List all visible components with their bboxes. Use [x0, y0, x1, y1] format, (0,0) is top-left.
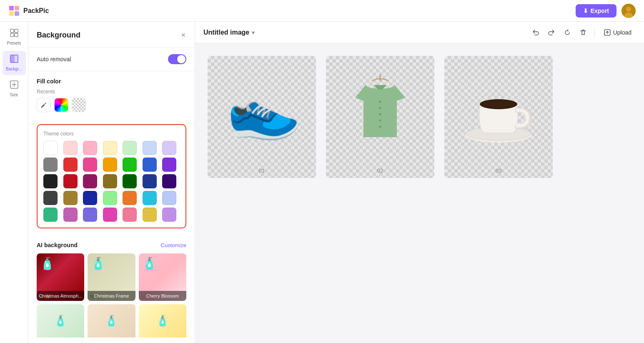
panel-title: Background [37, 31, 80, 40]
color-swatch-16[interactable] [83, 174, 97, 188]
ai-card-more-3[interactable]: 🧴 [139, 304, 186, 343]
upload-button[interactable]: Upload [600, 27, 636, 38]
customize-link[interactable]: Customize [161, 242, 186, 248]
svg-point-23 [379, 120, 381, 122]
shirt-image [343, 73, 418, 148]
upload-icon [604, 29, 611, 36]
color-swatch-13[interactable] [162, 158, 176, 172]
undo-button[interactable] [529, 26, 542, 39]
recents-label: Recents [37, 89, 186, 95]
auto-removal-toggle[interactable] [168, 54, 186, 64]
svg-point-21 [379, 107, 381, 109]
canvas-card-02[interactable]: 02 [326, 56, 434, 178]
color-swatch-28[interactable] [43, 208, 58, 222]
color-swatch-30[interactable] [83, 208, 97, 222]
toggle-knob [177, 55, 185, 63]
color-swatch-1[interactable] [63, 141, 78, 155]
color-swatch-24[interactable] [103, 191, 117, 205]
sidebar-item-background-label: Backgr... [6, 67, 22, 72]
canvas-card-03-label: 03 [444, 164, 553, 178]
color-swatch-29[interactable] [63, 208, 78, 222]
color-swatch-19[interactable] [143, 174, 157, 188]
color-swatch-5[interactable] [143, 141, 157, 155]
ai-grid-more: 🧴 🧴 🧴 [37, 304, 186, 343]
sidebar-item-presets-label: Presets [7, 41, 21, 46]
ai-card-christmas-atmosphere-label: Christmas Atmosph... [37, 291, 84, 301]
color-swatch-20[interactable] [162, 174, 176, 188]
svg-rect-7 [10, 29, 14, 33]
svg-rect-9 [10, 33, 14, 37]
color-swatch-31[interactable] [103, 208, 117, 222]
color-swatch-18[interactable] [123, 174, 137, 188]
theme-colors-label: Theme colors [43, 131, 180, 137]
color-grid [43, 141, 180, 222]
color-swatch-10[interactable] [103, 158, 117, 172]
color-swatch-7[interactable] [43, 158, 58, 172]
color-swatch-14[interactable] [43, 174, 58, 188]
color-swatch-12[interactable] [143, 158, 157, 172]
canvas-card-02-img-area [326, 56, 434, 164]
color-swatch-3[interactable] [103, 141, 117, 155]
eyedropper-swatch[interactable] [37, 98, 51, 112]
color-swatch-4[interactable] [123, 141, 137, 155]
svg-point-5 [626, 7, 631, 12]
coffee-image [457, 68, 540, 152]
ai-card-cherry-blossom[interactable]: 🧴 🌸 🌸 Cherry Blossom [139, 253, 186, 301]
color-swatch-11[interactable] [123, 158, 137, 172]
color-swatch-9[interactable] [83, 158, 97, 172]
canvas-card-03[interactable]: 03 [444, 56, 553, 178]
main-layout: Presets Backgr... Size Background × Auto… [0, 22, 644, 343]
ai-card-more-2[interactable]: 🧴 [88, 304, 135, 343]
ai-card-christmas-frame[interactable]: 🧴 🌿 🍋 Christmas Frame [88, 253, 135, 301]
color-swatch-2[interactable] [83, 141, 97, 155]
size-icon [10, 80, 19, 91]
panel-header: Background × [28, 22, 195, 48]
ai-background-section: AI background Customize 🧴 🎄 ⭐ Christmas … [28, 235, 195, 343]
ai-grid: 🧴 🎄 ⭐ Christmas Atmosph... 🧴 🌿 🍋 Christm… [37, 253, 186, 301]
svg-point-20 [379, 101, 381, 103]
refresh-button[interactable] [561, 26, 574, 39]
transparent-swatch[interactable] [72, 98, 86, 112]
ai-card-more-1[interactable]: 🧴 [37, 304, 84, 343]
user-avatar[interactable] [621, 4, 636, 18]
color-swatch-21[interactable] [43, 191, 58, 205]
color-swatch-22[interactable] [63, 191, 78, 205]
toolbar-divider [594, 28, 595, 37]
color-swatch-27[interactable] [162, 191, 176, 205]
canvas-card-01[interactable]: 👟 01 [208, 56, 316, 178]
sidebar-item-presets[interactable]: Presets [3, 25, 26, 49]
svg-rect-3 [15, 11, 19, 16]
color-swatch-0[interactable] [43, 141, 58, 155]
color-swatch-25[interactable] [123, 191, 137, 205]
color-swatch-15[interactable] [63, 174, 78, 188]
panel-close-button[interactable]: × [180, 30, 186, 40]
avatar-img [621, 4, 636, 18]
color-swatch-33[interactable] [143, 208, 157, 222]
redo-button[interactable] [545, 26, 558, 39]
ai-background-title: AI background [37, 242, 78, 248]
rainbow-swatch[interactable] [54, 98, 68, 112]
doc-title-row[interactable]: Untitled image ▾ [203, 29, 255, 36]
color-swatch-32[interactable] [123, 208, 137, 222]
color-swatch-23[interactable] [83, 191, 97, 205]
color-swatch-8[interactable] [63, 158, 78, 172]
delete-button[interactable] [577, 26, 589, 39]
upload-label: Upload [613, 29, 631, 36]
sidebar-item-size[interactable]: Size [3, 77, 26, 101]
svg-rect-8 [15, 29, 18, 33]
ai-header: AI background Customize [37, 242, 186, 248]
fill-color-title: Fill color [37, 78, 186, 85]
color-swatch-17[interactable] [103, 174, 117, 188]
redo-icon [548, 29, 555, 36]
svg-rect-13 [10, 55, 15, 63]
sidebar-item-size-label: Size [10, 93, 18, 98]
export-button[interactable]: ⬇ Export [576, 4, 616, 18]
color-swatch-6[interactable] [162, 141, 176, 155]
color-swatch-26[interactable] [143, 191, 157, 205]
logo[interactable]: PackPic [8, 5, 49, 17]
ai-card-christmas-atmosphere[interactable]: 🧴 🎄 ⭐ Christmas Atmosph... [37, 253, 84, 301]
sidebar-item-background[interactable]: Backgr... [3, 51, 26, 75]
undo-icon [532, 29, 539, 36]
app-header: PackPic ⬇ Export [0, 0, 644, 22]
color-swatch-34[interactable] [162, 208, 176, 222]
